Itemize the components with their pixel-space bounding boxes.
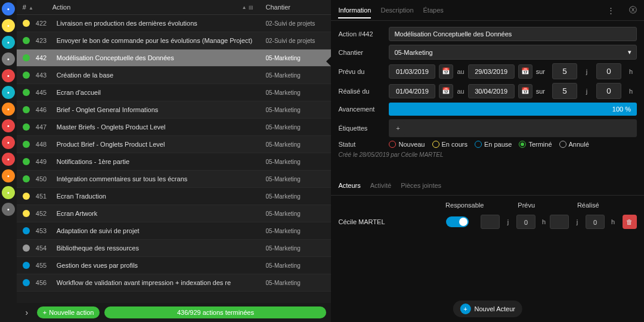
- plus-icon: +: [460, 304, 470, 314]
- realise-j-input[interactable]: [552, 83, 577, 99]
- col-chantier[interactable]: Chantier: [265, 4, 325, 11]
- table-row[interactable]: 453Adaptation de suivi de projet05-Marke…: [17, 222, 332, 240]
- status-dot: [23, 158, 30, 165]
- sort-icon: ▲: [242, 5, 247, 10]
- sidebar-icon-2[interactable]: •: [2, 36, 15, 49]
- table-row[interactable]: 447Master Briefs - Onglets Product Level…: [17, 119, 332, 136]
- row-chantier: 05-Marketing: [265, 89, 325, 96]
- table-row[interactable]: 445Ecran d'accueil05-Marketing: [17, 84, 332, 101]
- sidebar-icon-10[interactable]: •: [2, 169, 15, 182]
- sidebar-icon-11[interactable]: •: [2, 186, 15, 199]
- realise-h-input[interactable]: [596, 83, 621, 99]
- expand-icon[interactable]: ›: [21, 308, 32, 317]
- subtab-pieces-jointes[interactable]: Pièces jointes: [401, 182, 441, 189]
- calendar-icon[interactable]: 📅: [518, 84, 532, 98]
- table-row[interactable]: 442Modélisation Conceptuelle des Données…: [17, 49, 332, 67]
- table-row[interactable]: 455Gestion des vues par profils05-Market…: [17, 257, 332, 274]
- status-terminé[interactable]: Terminé: [519, 141, 552, 148]
- status-dot: [23, 210, 30, 217]
- status-annulé[interactable]: Annulé: [559, 141, 589, 148]
- status-en pause[interactable]: En pause: [475, 141, 512, 148]
- status-nouveau[interactable]: Nouveau: [389, 141, 425, 148]
- sidebar-icon-0[interactable]: •: [2, 2, 15, 16]
- status-dot: [23, 262, 30, 269]
- label-sur: sur: [536, 68, 545, 75]
- table-row[interactable]: 423Envoyer le bon de commande pour les é…: [17, 32, 332, 49]
- col-action[interactable]: Action: [52, 4, 240, 11]
- calendar-icon[interactable]: 📅: [518, 64, 532, 79]
- table-row[interactable]: 448Product Brief - Onglets Product Level…: [17, 136, 332, 153]
- label-au: au: [457, 88, 464, 95]
- prevu-from-input[interactable]: [389, 64, 435, 79]
- filter-icon[interactable]: ▤: [249, 5, 253, 10]
- sidebar-icon-1[interactable]: •: [2, 19, 15, 32]
- row-action: Notifications - 1ère partie: [57, 158, 266, 165]
- status-en cours[interactable]: En cours: [432, 141, 467, 148]
- detail-panel: Information Description Étapes ⋮ ⓧ Actio…: [331, 0, 644, 322]
- col-num[interactable]: #▲: [23, 4, 52, 11]
- status-dot: [23, 89, 30, 96]
- progress-bar[interactable]: 100 %: [389, 103, 637, 116]
- actors-header: Responsable Prévu Réalisé: [338, 202, 637, 209]
- label-sur: sur: [536, 88, 545, 95]
- label-au: au: [457, 68, 464, 75]
- row-action: Workflow de validation avant impression …: [57, 279, 266, 286]
- actor-prevu-h[interactable]: 0: [516, 215, 535, 229]
- sidebar-icon-3[interactable]: •: [2, 52, 15, 66]
- tab-description[interactable]: Description: [380, 7, 413, 14]
- table-row[interactable]: 456Workflow de validation avant impressi…: [17, 274, 332, 292]
- detail-tabs: Information Description Étapes ⋮ ⓧ: [331, 0, 644, 21]
- unit-h: h: [625, 68, 637, 75]
- sidebar-icon-7[interactable]: •: [2, 119, 15, 132]
- sidebar-icon-9[interactable]: •: [2, 153, 15, 166]
- subtab-activite[interactable]: Activité: [370, 182, 391, 189]
- status-dot: [23, 37, 30, 44]
- responsable-toggle[interactable]: [446, 216, 469, 227]
- delete-actor-button[interactable]: 🗑: [623, 215, 637, 229]
- close-icon[interactable]: ⓧ: [629, 5, 637, 16]
- status-dot: [23, 106, 30, 113]
- realise-from-input[interactable]: [389, 84, 435, 98]
- table-row[interactable]: 422Livraison en production des dernières…: [17, 15, 332, 32]
- table-row[interactable]: 451Ecran Traduction05-Marketing: [17, 188, 332, 205]
- table-row[interactable]: 446Brief - Onglet General Informations05…: [17, 101, 332, 119]
- actor-realise-j[interactable]: [550, 215, 569, 229]
- more-icon[interactable]: ⋮: [607, 6, 615, 15]
- calendar-icon[interactable]: 📅: [439, 64, 453, 79]
- actor-realise-h[interactable]: 0: [586, 215, 605, 229]
- chantier-select[interactable]: 05-Marketing▾: [389, 45, 637, 60]
- prevu-h-input[interactable]: [596, 63, 621, 79]
- detail-form: Action #442 Chantier 05-Marketing▾ Prévu…: [331, 21, 644, 164]
- row-num: 446: [36, 106, 57, 113]
- tab-etapes[interactable]: Étapes: [423, 7, 444, 14]
- col-realise: Réalisé: [557, 202, 619, 209]
- calendar-icon[interactable]: 📅: [439, 84, 453, 98]
- table-row[interactable]: 452Ecran Artwork05-Marketing: [17, 205, 332, 222]
- table-row[interactable]: 449Notifications - 1ère partie05-Marketi…: [17, 153, 332, 171]
- new-action-button[interactable]: +Nouvelle action: [37, 306, 100, 318]
- row-num: 455: [36, 262, 57, 269]
- add-tag-button[interactable]: +: [391, 121, 405, 135]
- prevu-to-input[interactable]: [468, 64, 515, 79]
- realise-to-input[interactable]: [468, 84, 515, 98]
- status-dot: [23, 227, 30, 234]
- row-action: Gestion des vues par profils: [57, 262, 266, 269]
- sidebar-icon-5[interactable]: •: [2, 86, 15, 99]
- label-statut: Statut: [338, 141, 389, 148]
- sidebar-icon-6[interactable]: •: [2, 103, 15, 116]
- table-row[interactable]: 450Intégration commentaires sur tous les…: [17, 171, 332, 188]
- table-row[interactable]: 443Création de la base05-Marketing: [17, 67, 332, 84]
- subtab-acteurs[interactable]: Acteurs: [338, 182, 360, 189]
- tab-information[interactable]: Information: [338, 7, 371, 18]
- action-title-input[interactable]: [389, 27, 637, 41]
- sidebar-icon-8[interactable]: •: [2, 136, 15, 149]
- table-row[interactable]: 454Bibliotheque des ressources05-Marketi…: [17, 240, 332, 257]
- sidebar-icon-4[interactable]: •: [2, 69, 15, 82]
- row-num: 450: [36, 175, 57, 182]
- sidebar-icon-12[interactable]: •: [2, 203, 15, 216]
- row-chantier: 02-Suivi de projets: [265, 20, 325, 27]
- prevu-j-input[interactable]: [552, 63, 577, 79]
- actor-prevu-j[interactable]: [481, 215, 500, 229]
- new-actor-button[interactable]: + Nouvel Acteur: [453, 301, 522, 317]
- actions-list: 422Livraison en production des dernières…: [17, 15, 332, 303]
